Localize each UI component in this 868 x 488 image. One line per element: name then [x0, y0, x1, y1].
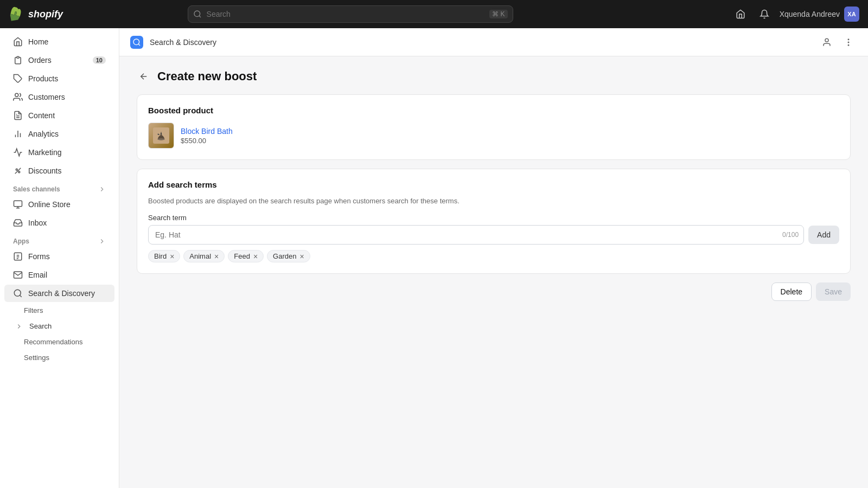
logo-text: shopify: [28, 9, 63, 20]
sidebar-item-content[interactable]: Content: [4, 107, 114, 124]
back-button[interactable]: [137, 69, 151, 84]
delete-button[interactable]: Delete: [771, 282, 812, 301]
product-name-link[interactable]: Block Bird Bath: [181, 127, 233, 136]
search-terms-subtitle: Boosted products are displayed on the se…: [148, 197, 839, 205]
sidebar-email-label: Email: [28, 271, 106, 279]
tag-remove-button[interactable]: ×: [253, 253, 258, 260]
tags-wrap: Bird×Animal×Feed×Garden×: [148, 250, 839, 262]
app-search-icon: [132, 38, 141, 47]
sidebar-item-customers[interactable]: Customers: [4, 88, 114, 106]
sidebar-item-email[interactable]: Email: [4, 266, 114, 284]
svg-point-9: [16, 169, 17, 170]
tag: Bird×: [148, 250, 180, 262]
sidebar-item-home[interactable]: Home: [4, 33, 114, 50]
sidebar-filters-label: Filters: [24, 306, 43, 314]
sidebar-inbox-label: Inbox: [28, 219, 106, 227]
store-icon-btn[interactable]: [732, 5, 749, 23]
chevron-right-icon-2: [98, 237, 106, 245]
sidebar-discounts-label: Discounts: [28, 166, 106, 175]
global-search-input[interactable]: [188, 5, 513, 23]
svg-point-20: [825, 38, 828, 42]
sidebar-products-label: Products: [28, 74, 106, 83]
boosted-product-card: Boosted product Block Bird Bath: [137, 94, 851, 160]
content-icon: [13, 111, 23, 120]
search-term-label: Search term: [148, 214, 839, 222]
product-image: [153, 127, 169, 144]
arrow-left-icon: [139, 72, 149, 81]
sidebar-forms-label: Forms: [28, 252, 106, 261]
sidebar-sub-recommendations[interactable]: Recommendations: [4, 335, 114, 349]
app-header-title: Search & Discovery: [150, 38, 812, 47]
product-thumbnail: [148, 123, 174, 149]
product-info: Block Bird Bath $550.00: [181, 127, 233, 145]
sidebar-item-search-discovery[interactable]: Search & Discovery: [4, 285, 114, 302]
person-icon: [822, 37, 832, 47]
sidebar-settings-label: Settings: [24, 354, 49, 362]
search-term-input-inner: 0/100: [148, 225, 804, 245]
home-icon: [13, 37, 23, 47]
svg-point-23: [848, 44, 849, 46]
content-area: Search & Discovery Create new boost Bo: [119, 28, 868, 488]
sales-channels-section[interactable]: Sales channels: [4, 180, 114, 195]
svg-point-26: [157, 138, 165, 140]
tag-label: Feed: [234, 252, 250, 260]
notifications-btn[interactable]: [756, 5, 773, 23]
svg-rect-1: [17, 56, 20, 58]
sidebar-item-online-store[interactable]: Online Store: [4, 196, 114, 213]
search-terms-title: Add search terms: [148, 180, 839, 189]
page-footer: Delete Save: [137, 282, 851, 301]
apps-section[interactable]: Apps: [4, 232, 114, 247]
user-name: Xquenda Andreev: [780, 10, 840, 18]
sidebar-analytics-label: Analytics: [28, 130, 106, 138]
sales-channels-title: Sales channels: [13, 185, 60, 193]
marketing-icon: [13, 147, 23, 157]
topbar: shopify ⌘ K Xquenda Andreev XA: [0, 0, 868, 28]
search-discovery-nav-icon: [13, 288, 23, 298]
add-button[interactable]: Add: [808, 226, 839, 244]
topbar-right: Xquenda Andreev XA: [732, 5, 859, 23]
orders-icon: [13, 55, 23, 65]
sidebar-item-orders[interactable]: Orders 10: [4, 52, 114, 69]
page-header: Create new boost: [137, 69, 851, 84]
save-button[interactable]: Save: [816, 282, 851, 301]
search-icon: [193, 10, 202, 18]
sidebar-customers-label: Customers: [28, 93, 106, 101]
svg-point-21: [848, 39, 849, 40]
email-icon: [13, 270, 23, 280]
tag-remove-button[interactable]: ×: [299, 253, 304, 260]
sidebar-sub-settings[interactable]: Settings: [4, 350, 114, 365]
tag-label: Animal: [189, 252, 211, 260]
sidebar-item-forms[interactable]: Forms: [4, 248, 114, 265]
sidebar-item-marketing[interactable]: Marketing: [4, 144, 114, 161]
tag-remove-button[interactable]: ×: [170, 253, 174, 260]
svg-point-10: [18, 171, 20, 173]
search-area: ⌘ K: [188, 5, 513, 23]
logo[interactable]: shopify: [9, 7, 74, 22]
tag-remove-button[interactable]: ×: [214, 253, 219, 260]
tag: Animal×: [183, 250, 225, 262]
sidebar-sub-filters[interactable]: Filters: [4, 303, 114, 318]
tag-label: Bird: [154, 252, 167, 260]
orders-badge: 10: [93, 56, 106, 64]
person-btn[interactable]: [818, 34, 835, 51]
sidebar-item-products[interactable]: Products: [4, 70, 114, 87]
sidebar-item-inbox[interactable]: Inbox: [4, 214, 114, 232]
sidebar-item-discounts[interactable]: Discounts: [4, 162, 114, 179]
char-count: 0/100: [782, 231, 799, 239]
sidebar-item-analytics[interactable]: Analytics: [4, 125, 114, 143]
sidebar-marketing-label: Marketing: [28, 148, 106, 157]
user-menu[interactable]: Xquenda Andreev XA: [780, 7, 859, 22]
sidebar-search-label: Search: [29, 322, 52, 330]
search-term-input-wrap: 0/100 Add: [148, 225, 839, 245]
svg-point-22: [848, 42, 849, 43]
search-term-input[interactable]: [148, 225, 804, 245]
more-options-btn[interactable]: [840, 34, 857, 51]
more-icon: [844, 37, 853, 47]
svg-point-18: [14, 290, 21, 296]
sidebar-sub-search[interactable]: Search: [4, 319, 114, 333]
boosted-product-title: Boosted product: [148, 106, 839, 115]
avatar: XA: [844, 7, 859, 22]
online-store-icon: [13, 200, 23, 209]
search-shortcut: ⌘ K: [489, 10, 507, 18]
main-layout: Home Orders 10 Products Customers Conten…: [0, 28, 868, 488]
